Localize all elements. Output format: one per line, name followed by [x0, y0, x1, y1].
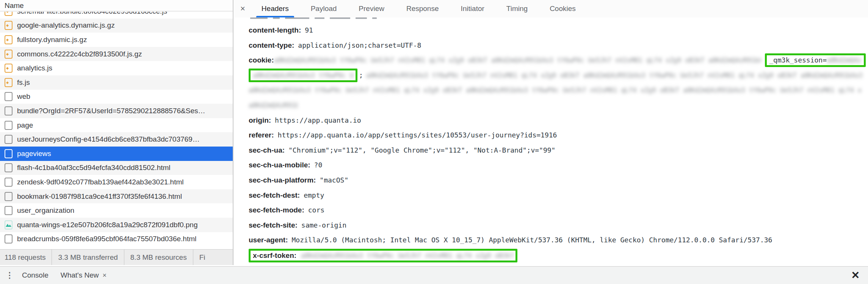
request-row[interactable]: google-analytics.dynamic.js.gz — [0, 19, 233, 33]
drawer-tab-console[interactable]: Console — [16, 271, 55, 279]
request-row[interactable]: page — [0, 118, 233, 133]
network-summary-bar: 118 requests 3.3 MB transferred 8.3 MB r… — [0, 249, 233, 265]
cookie-highlight-box: a8Kd2mQ4zR91bXo3 tY6wP0c Ue5Jh7 nV2sM81 … — [249, 69, 357, 82]
request-count: 118 requests — [0, 250, 52, 265]
header-value: Mozilla/5.0 (Macintosh; Intel Mac OS X 1… — [291, 236, 772, 244]
request-label: zendesk-9df0492c077fbab139aef442ab3e3021… — [17, 178, 183, 186]
header-name: content-length — [249, 26, 301, 34]
header-name: sec-ch-ua-mobile — [249, 161, 310, 169]
tab-headers[interactable]: Headers — [258, 0, 293, 17]
redacted-value: a8Kd2mQ4zR91bXo3 tY6wP0c Ue5Jh7 nV2sM81 … — [366, 70, 862, 80]
header-value: application/json;charset=UTF-8 — [298, 41, 421, 49]
tab-preview[interactable]: Preview — [355, 0, 388, 17]
request-label: google-analytics.dynamic.js.gz — [17, 21, 115, 30]
finish-time-partial: Fi — [193, 250, 212, 265]
request-row[interactable]: breadcrumbs-059f8fe6a995cbf064fac75507bd… — [0, 232, 233, 247]
header-row: refererhttps://app.quanta.io/app/setting… — [249, 128, 866, 143]
request-label: fs.js — [17, 78, 30, 87]
network-request-list-panel: Name schemaFilter.bundle.d0fc84c62e956d1… — [0, 0, 233, 265]
cookie-separator: ; — [359, 71, 363, 79]
request-list: schemaFilter.bundle.d0fc84c62e956d168cce… — [0, 12, 233, 249]
header-name: sec-fetch-site — [249, 221, 298, 229]
request-label: commons.c42222c4cb2f8913500f.js.gz — [17, 50, 142, 58]
request-row[interactable]: flash-4c1ba40af3cc5d94efcfa340cdd81502.h… — [0, 161, 233, 175]
header-value: empty — [304, 191, 324, 199]
request-row[interactable]: fs.js — [0, 75, 233, 90]
header-row: user-agentMozilla/5.0 (Macintosh; Intel … — [249, 233, 866, 248]
request-details-panel: × HeadersPayloadPreviewResponseInitiator… — [234, 0, 868, 265]
header-name: sec-fetch-mode — [249, 206, 304, 214]
image-file-icon — [5, 220, 13, 229]
close-drawer-icon[interactable]: ✕ — [851, 269, 860, 281]
script-file-icon — [5, 21, 13, 30]
cookie-value-line: a8Kd2mQ4zR91bXo3 tY6wP0c Ue5Jh7 nV2sM81 … — [249, 83, 866, 98]
session-cookie-fragment: _qm3k_session= — [769, 56, 827, 64]
tab-timing[interactable]: Timing — [503, 0, 531, 17]
request-label: web — [17, 92, 30, 101]
redacted-value: a8Kd2mQ4zR91bXo3 tY6wP0c Ue5Jh7 nV2sM81 … — [249, 100, 298, 110]
header-value: cors — [308, 206, 324, 214]
transferred-size: 3.3 MB transferred — [52, 250, 124, 265]
headers-content: content-length91content-typeapplication/… — [234, 17, 868, 265]
drawer-tab-whats-new[interactable]: What's New × — [55, 271, 113, 279]
tab-cookies[interactable]: Cookies — [546, 0, 580, 17]
drawer-tab-console-label: Console — [22, 271, 49, 279]
resources-size: 8.3 MB resources — [124, 250, 193, 265]
request-label: bookmark-01987f981ca9ce41ff370f35fe6f413… — [17, 192, 182, 201]
tab-payload[interactable]: Payload — [307, 0, 341, 17]
request-row[interactable]: quanta-wings-e12e507b206fc8a19a29c872f09… — [0, 218, 233, 232]
doc-file-icon — [5, 149, 13, 158]
header-name: sec-ch-ua — [249, 146, 285, 154]
script-file-icon — [5, 64, 13, 73]
request-label: userJourneysConfig-e4154d6cb6ce837bfba3d… — [17, 135, 200, 144]
doc-file-icon — [5, 163, 13, 172]
doc-file-icon — [5, 206, 13, 215]
header-row-cookie: cookiea8Kd2mQ4zR91bXo3 tY6wP0c Ue5Jh7 nV… — [249, 53, 866, 68]
script-file-icon — [5, 50, 13, 59]
header-row-x-csrf-token: x-csrf-tokena8Kd2mQ4zR91bXo3 tY6wP0c Ue5… — [249, 248, 866, 263]
script-file-icon — [5, 12, 13, 16]
close-whats-new-icon[interactable]: × — [102, 272, 107, 279]
header-row: sec-fetch-modecors — [249, 203, 866, 218]
doc-file-icon — [5, 121, 13, 130]
request-row[interactable]: fullstory.dynamic.js.gz — [0, 33, 233, 47]
request-label: quanta-wings-e12e507b206fc8a19a29c872f09… — [17, 221, 197, 229]
request-row[interactable]: analytics.js — [0, 61, 233, 75]
script-file-icon — [5, 78, 13, 87]
doc-file-icon — [5, 106, 13, 115]
tab-response[interactable]: Response — [403, 0, 443, 17]
header-row: sec-ch-ua"Chromium";v="112", "Google Chr… — [249, 143, 866, 158]
request-row[interactable]: bundle?OrgId=2RF57&UserId=57852902128885… — [0, 104, 233, 118]
request-row[interactable]: user_organization — [0, 203, 233, 218]
request-row[interactable]: bookmark-01987f981ca9ce41ff370f35fe6f413… — [0, 189, 233, 204]
header-value: "Chromium";v="112", "Google Chrome";v="1… — [288, 146, 555, 154]
script-file-icon — [5, 35, 13, 44]
tab-initiator[interactable]: Initiator — [457, 0, 488, 17]
header-value: https://app.quanta.io/app/settings/sites… — [278, 131, 557, 139]
request-row[interactable]: schemaFilter.bundle.d0fc84c62e956d168cce… — [0, 12, 233, 19]
session-cookie-highlight-box: _qm3k_session=a8Kd2mQ4zR91bXo3 tY6wP0c U… — [765, 53, 866, 67]
close-details-icon[interactable]: × — [234, 0, 251, 17]
header-name: user-agent — [249, 236, 288, 244]
request-row-selected[interactable]: pageviews — [0, 147, 233, 161]
header-value: https://app.quanta.io — [275, 116, 361, 124]
header-row: sec-ch-ua-platform"macOS" — [249, 173, 866, 188]
drawer-menu-icon[interactable]: ⋮ — [3, 271, 16, 280]
request-row[interactable]: userJourneysConfig-e4154d6cb6ce837bfba3d… — [0, 132, 233, 147]
header-value: "macOS" — [320, 176, 348, 184]
cookie-value-line: a8Kd2mQ4zR91bXo3 tY6wP0c Ue5Jh7 nV2sM81 … — [249, 68, 866, 83]
details-tab-bar: × HeadersPayloadPreviewResponseInitiator… — [234, 0, 868, 17]
redacted-value: a8Kd2mQ4zR91bXo3 tY6wP0c Ue5Jh7 nV2sM81 … — [827, 55, 862, 65]
header-name: sec-fetch-dest — [249, 191, 300, 199]
request-row[interactable]: zendesk-9df0492c077fbab139aef442ab3e3021… — [0, 175, 233, 189]
doc-file-icon — [5, 135, 13, 144]
redacted-value: a8Kd2mQ4zR91bXo3 tY6wP0c Ue5Jh7 nV2sM81 … — [301, 251, 513, 261]
drawer-tab-whats-new-label: What's New — [61, 271, 99, 279]
request-label: flash-4c1ba40af3cc5d94efcfa340cdd81502.h… — [17, 164, 171, 172]
cookie-value-line: a8Kd2mQ4zR91bXo3 tY6wP0c Ue5Jh7 nV2sM81 … — [249, 98, 866, 113]
request-row[interactable]: web — [0, 90, 233, 104]
name-column-header[interactable]: Name — [0, 0, 233, 11]
request-row[interactable]: commons.c42222c4cb2f8913500f.js.gz — [0, 47, 233, 61]
csrf-token-highlight-box: x-csrf-tokena8Kd2mQ4zR91bXo3 tY6wP0c Ue5… — [249, 249, 517, 262]
request-label: user_organization — [17, 206, 74, 215]
